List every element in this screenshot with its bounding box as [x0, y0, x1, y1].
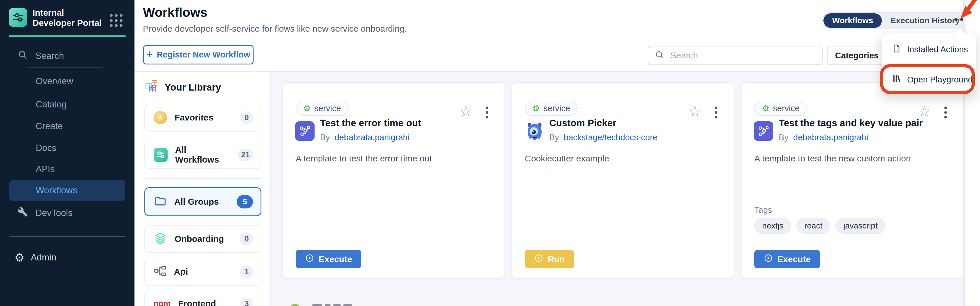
document-icon — [892, 44, 901, 55]
count-badge: 0 — [240, 111, 253, 124]
library-item-all-groups-selected[interactable]: All Groups 5 — [144, 187, 261, 216]
library-item-frontend[interactable]: npm Frontend 3 — [144, 290, 261, 306]
count-badge: 0 — [240, 233, 253, 245]
run-button[interactable]: Run — [525, 250, 574, 268]
service-gear-icon: ⚙ — [762, 104, 769, 113]
library-panel: Your Library ★ Favorites 0 All Workflows… — [134, 72, 271, 306]
card-menu-icon[interactable] — [486, 106, 488, 119]
tag-react[interactable]: react — [796, 218, 830, 234]
card-menu-icon[interactable] — [715, 106, 718, 119]
menu-item-open-playground[interactable]: Open Playground — [882, 70, 976, 89]
tab-workflows[interactable]: Workflows — [823, 13, 882, 28]
kind-chip: ⚙ service — [296, 101, 348, 116]
sidebar-item-overview[interactable]: Overview — [18, 74, 128, 89]
gear-icon: ⚙ — [14, 252, 24, 263]
monster-icon — [524, 120, 545, 142]
library-header: Your Library — [144, 79, 221, 95]
play-circle-icon — [305, 254, 314, 265]
play-circle-icon — [764, 254, 773, 265]
card-description: Cookiecutter example — [525, 154, 725, 163]
sidebar-search[interactable]: Search — [18, 49, 122, 63]
layers-icon — [154, 231, 167, 246]
kind-chip: ⚙ service — [754, 101, 807, 116]
workflow-search — [648, 46, 822, 65]
search-icon — [18, 50, 28, 62]
flowchart-icon — [754, 121, 773, 141]
card-author-row: By backstage/techdocs-core — [549, 133, 657, 142]
workflow-card-tags-key-value: ⚙ service ☆ Test the tags and key value … — [741, 82, 964, 279]
count-badge: 3 — [240, 298, 253, 306]
search-input[interactable] — [670, 50, 810, 61]
more-options-menu: Installed Actions Open Playground — [882, 33, 976, 94]
count-badge: 21 — [238, 149, 253, 161]
count-badge: 1 — [240, 266, 253, 278]
favorite-star-icon[interactable]: ☆ — [688, 104, 702, 119]
tags-label: Tags — [754, 205, 772, 215]
sidebar-search-label: Search — [35, 51, 64, 61]
library-divider — [144, 178, 261, 179]
author-link[interactable]: debabrata.panigrahi — [793, 133, 868, 142]
search-icon — [655, 50, 665, 61]
library-icon — [892, 74, 901, 86]
card-author-row: By debabrata.panigrahi — [779, 133, 868, 142]
npm-icon: npm — [154, 299, 171, 306]
tree-icon — [154, 265, 166, 279]
workflow-icon — [154, 148, 168, 162]
card-description: A template to test the error time out — [296, 154, 496, 163]
sidebar-item-workflows-active[interactable]: Workflows — [9, 180, 125, 201]
count-badge-selected: 5 — [237, 195, 253, 208]
devtools-label: DevTools — [35, 208, 73, 218]
menu-item-installed-actions[interactable]: Installed Actions — [882, 40, 976, 59]
sidebar-item-apis[interactable]: APIs — [18, 162, 128, 177]
execute-button[interactable]: Execute — [296, 250, 361, 268]
page-title: Workflows — [143, 5, 207, 20]
app-root: Internal Developer Portal Search Overvie… — [0, 0, 980, 306]
next-section-icon — [289, 304, 301, 306]
card-menu-icon[interactable] — [944, 106, 947, 119]
star-coin-icon: ★ — [154, 111, 167, 124]
admin-label: Admin — [31, 252, 56, 263]
library-item-favorites[interactable]: ★ Favorites 0 — [144, 104, 261, 132]
service-gear-icon: ⚙ — [303, 104, 311, 113]
app-grid-icon[interactable] — [110, 14, 123, 27]
brand-title: Internal Developer Portal — [33, 8, 105, 28]
wrench-icon — [18, 207, 28, 219]
workflow-grid: ⚙ service ☆ Test the error time out By d… — [271, 72, 963, 306]
workflow-card-test-error-timeout: ⚙ service ☆ Test the error time out By d… — [282, 82, 505, 279]
sidebar-search-underline — [28, 67, 103, 68]
categories-label: Categories — [835, 51, 879, 60]
library-item-onboarding[interactable]: Onboarding 0 — [144, 225, 261, 253]
library-item-all-workflows[interactable]: All Workflows 21 — [144, 141, 261, 169]
cubes-icon — [144, 79, 159, 95]
register-button-label: Register New Workflow — [157, 50, 250, 60]
next-section-title-sliver — [312, 304, 352, 306]
card-title: Custom Picker — [549, 117, 616, 128]
workflow-card-custom-picker: ⚙ service ☆ Custom Picker By backs — [511, 82, 734, 279]
sidebar-item-devtools[interactable]: DevTools — [18, 206, 128, 220]
flowchart-icon — [295, 121, 315, 141]
library-title: Your Library — [165, 82, 221, 93]
execute-button[interactable]: Execute — [754, 250, 820, 268]
library-item-api[interactable]: Api 1 — [144, 258, 261, 286]
tag-nextjs[interactable]: nextjs — [754, 218, 791, 234]
author-link[interactable]: backstage/techdocs-core — [564, 133, 657, 142]
plus-icon: + — [147, 50, 153, 59]
card-description: A template to test the new custom action — [754, 154, 955, 163]
author-link[interactable]: debabrata.panigrahi — [335, 133, 410, 142]
folder-icon — [154, 195, 167, 209]
page-subtitle: Provide developer self-service for flows… — [143, 24, 407, 34]
tag-list: nextjs react javascript — [754, 218, 886, 234]
favorite-star-icon[interactable]: ☆ — [918, 104, 931, 119]
play-circle-icon — [534, 254, 543, 265]
sidebar-item-docs[interactable]: Docs — [18, 141, 128, 155]
brand-accent-divider — [9, 35, 126, 37]
tag-javascript[interactable]: javascript — [835, 218, 885, 234]
sidebar-item-catalog[interactable]: Catalog — [18, 97, 128, 112]
sidebar-item-create[interactable]: Create — [18, 119, 128, 134]
sidebar-item-admin[interactable]: ⚙ Admin — [14, 250, 125, 265]
favorite-star-icon[interactable]: ☆ — [459, 104, 473, 119]
card-title: Test the error time out — [320, 117, 421, 128]
register-new-workflow-button[interactable]: + Register New Workflow — [143, 45, 254, 65]
brand-logo-icon — [9, 8, 27, 27]
sidebar-divider — [10, 236, 125, 236]
